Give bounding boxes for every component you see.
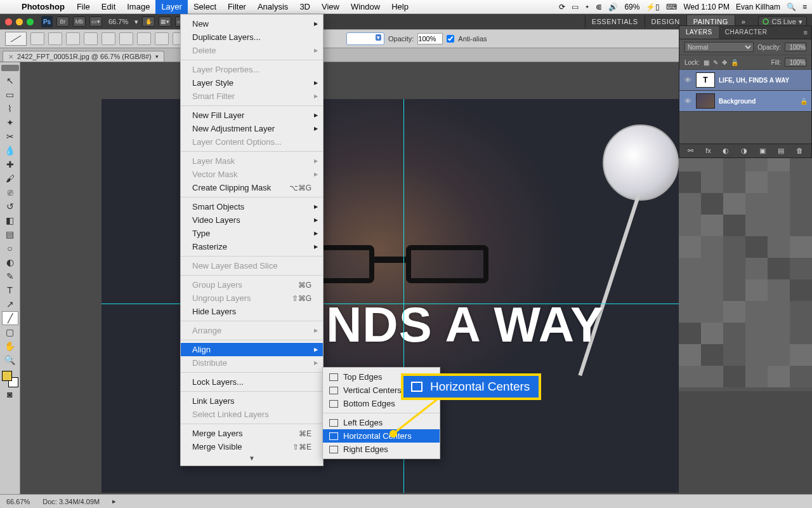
eye-icon[interactable]: 👁: [683, 97, 692, 105]
group-icon[interactable]: ▣: [759, 147, 766, 155]
line-cap3-icon[interactable]: [66, 32, 80, 45]
menu-image[interactable]: Image: [121, 0, 155, 14]
opacity-input[interactable]: [417, 33, 443, 44]
user-name[interactable]: Evan Killham: [736, 3, 780, 11]
menu-view[interactable]: View: [316, 0, 345, 14]
history-brush-icon[interactable]: ↺: [2, 199, 18, 213]
menu-item-new-fill-layer[interactable]: New Fill Layer: [181, 109, 323, 122]
menu-analysis[interactable]: Analysis: [252, 0, 294, 14]
menu-filter[interactable]: Filter: [222, 0, 252, 14]
layer-name[interactable]: Background: [719, 98, 796, 105]
workspace-essentials[interactable]: ESSENTIALS: [585, 15, 645, 28]
menu-3d[interactable]: 3D: [294, 0, 316, 14]
menu-item-merge-visible[interactable]: Merge Visible⇧⌘E: [181, 440, 323, 453]
menu-item-align[interactable]: Align: [181, 343, 323, 356]
menu-window[interactable]: Window: [345, 0, 386, 14]
menu-item-smart-objects[interactable]: Smart Objects: [181, 200, 323, 213]
eye-icon[interactable]: 👁: [683, 76, 692, 84]
line-cap7-icon[interactable]: [137, 32, 151, 45]
status-zoom[interactable]: 66.67%: [6, 498, 30, 505]
bridge-icon[interactable]: Br: [56, 17, 69, 27]
path-tool-icon[interactable]: ↗: [2, 297, 18, 311]
brush-tool-icon[interactable]: 🖌: [2, 171, 18, 185]
menu-select[interactable]: Select: [188, 0, 222, 14]
menu-item-rasterize[interactable]: Rasterize: [181, 240, 323, 253]
menu-item-hide-layers[interactable]: Hide Layers: [181, 305, 323, 318]
panel-opacity-input[interactable]: [785, 43, 806, 51]
layer-background[interactable]: 👁 Background 🔒: [679, 91, 811, 112]
mask-icon[interactable]: ◐: [723, 147, 729, 155]
wifi-icon[interactable]: ⋐: [596, 3, 602, 11]
line-cap8-icon[interactable]: [155, 32, 169, 45]
link-icon[interactable]: ⚯: [688, 147, 693, 155]
move-tool-icon[interactable]: ↖: [2, 74, 18, 88]
volume-icon[interactable]: 🔊: [608, 3, 618, 11]
blend-mode-select[interactable]: Normal: [684, 42, 754, 52]
input-icon[interactable]: ⌨: [666, 3, 677, 11]
notes-tool-icon[interactable]: ▢: [2, 325, 18, 339]
menu-item-layer-style[interactable]: Layer Style: [181, 76, 323, 90]
panel-menu-icon[interactable]: ≡: [800, 26, 811, 39]
status-doc[interactable]: Doc: 3.34M/4.09M: [43, 498, 100, 505]
type-tool-icon[interactable]: T: [2, 283, 18, 297]
clock[interactable]: Wed 1:10 PM: [683, 3, 729, 11]
eyedropper-tool-icon[interactable]: 💧: [2, 144, 18, 157]
trash-icon[interactable]: 🗑: [796, 147, 803, 155]
line-cap6-icon[interactable]: [119, 32, 133, 45]
line-cap2-icon[interactable]: [48, 32, 62, 45]
traffic-lights[interactable]: [5, 18, 34, 25]
airplay-icon[interactable]: ▭: [572, 3, 579, 11]
view-extras-icon[interactable]: ▭▾: [89, 17, 102, 27]
lasso-tool-icon[interactable]: ⌇: [2, 102, 18, 116]
new-layer-icon[interactable]: ▤: [778, 147, 784, 155]
menu-item-link-layers[interactable]: Link Layers: [181, 394, 323, 408]
lock-all-icon[interactable]: 🔒: [731, 59, 738, 66]
menu-item-new-adjustment-layer[interactable]: New Adjustment Layer: [181, 122, 323, 135]
bluetooth-icon[interactable]: ᛭: [585, 3, 589, 11]
lock-pos-icon[interactable]: ✥: [722, 59, 727, 66]
layer-text[interactable]: 👁 T LIFE, UH, FINDS A WAY: [679, 70, 811, 91]
line-tool-icon[interactable]: ╱: [2, 311, 18, 325]
menu-item-create-clipping-mask[interactable]: Create Clipping Mask⌥⌘G: [181, 181, 323, 194]
tools-grip[interactable]: [1, 65, 19, 71]
line-cap5-icon[interactable]: [102, 32, 115, 45]
color-swatches[interactable]: [2, 371, 18, 387]
minibridge-icon[interactable]: Mb: [73, 17, 86, 27]
menu-edit[interactable]: Edit: [96, 0, 121, 14]
lock-trans-icon[interactable]: ▦: [704, 59, 709, 66]
close-icon[interactable]: ✕: [8, 53, 13, 60]
tool-preset[interactable]: [5, 32, 27, 46]
menu-file[interactable]: File: [71, 0, 96, 14]
dodge-tool-icon[interactable]: ◐: [2, 255, 18, 269]
menu-item-type[interactable]: Type: [181, 227, 323, 240]
fx-icon[interactable]: fx: [705, 147, 711, 155]
pen-tool-icon[interactable]: ✎: [2, 269, 18, 283]
marquee-tool-icon[interactable]: ▭: [2, 88, 18, 102]
tab-layers[interactable]: LAYERS: [679, 26, 719, 39]
eraser-tool-icon[interactable]: ◧: [2, 213, 18, 227]
stamp-tool-icon[interactable]: ⎚: [2, 185, 18, 199]
arrange-icon[interactable]: ▦▾: [159, 17, 171, 27]
sync-icon[interactable]: ⟳: [559, 3, 565, 11]
wand-tool-icon[interactable]: ✦: [2, 116, 18, 130]
blur-tool-icon[interactable]: ○: [2, 241, 18, 255]
notifications-icon[interactable]: ≡: [802, 3, 807, 11]
menu-item-merge-layers[interactable]: Merge Layers⌘E: [181, 427, 323, 440]
antialias-checkbox[interactable]: [447, 35, 454, 43]
align-right-edges[interactable]: Right Edges: [323, 443, 440, 456]
quickmask-icon[interactable]: ◙: [2, 387, 18, 401]
adjust-icon[interactable]: ◑: [741, 147, 747, 155]
app-name[interactable]: Photoshop: [15, 2, 71, 11]
menu-item-duplicate-layers-[interactable]: Duplicate Layers...: [181, 30, 323, 44]
doc-tab[interactable]: ✕ 2422_FPT_00051R.jpg @ 66.7% (RGB/8#) ▾: [3, 51, 164, 62]
crop-tool-icon[interactable]: ✂: [2, 130, 18, 144]
line-cap1-icon[interactable]: [30, 32, 44, 45]
gradient-tool-icon[interactable]: ▤: [2, 227, 18, 241]
menu-help[interactable]: Help: [386, 0, 414, 14]
spotlight-icon[interactable]: 🔍: [787, 3, 796, 11]
menu-item-video-layers[interactable]: Video Layers: [181, 213, 323, 227]
panel-fill-input[interactable]: [785, 58, 806, 67]
style-select[interactable]: [346, 32, 384, 45]
zoom-tool-icon[interactable]: 🔍: [2, 353, 18, 367]
hand-icon[interactable]: ✋: [142, 17, 155, 27]
